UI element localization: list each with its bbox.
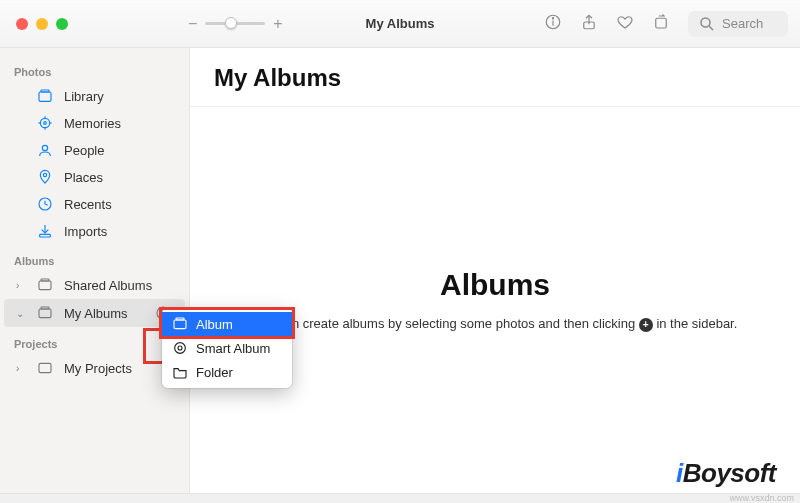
share-icon[interactable] [580, 13, 598, 35]
sidebar-item-label: Places [64, 170, 103, 185]
window-title: My Albums [366, 16, 435, 31]
sidebar-section-albums: Albums [0, 245, 189, 271]
sidebar-item-library[interactable]: Library [4, 83, 185, 109]
window-body: Photos Library Memories People Places [0, 48, 800, 493]
my-albums-icon [36, 304, 54, 322]
menu-item-label: Album [196, 317, 233, 332]
svg-rect-20 [41, 279, 49, 281]
chevron-right-icon: › [16, 280, 26, 291]
svg-rect-28 [176, 318, 184, 320]
svg-point-15 [42, 145, 47, 150]
main-header: My Albums [190, 48, 800, 107]
menu-item-album[interactable]: Album [162, 312, 292, 336]
svg-point-2 [552, 17, 553, 18]
sidebar-item-label: Imports [64, 224, 107, 239]
minimize-window-button[interactable] [36, 18, 48, 30]
svg-point-29 [175, 343, 186, 354]
svg-rect-19 [39, 281, 51, 290]
zoom-slider[interactable]: − + [188, 15, 283, 33]
fullscreen-window-button[interactable] [56, 18, 68, 30]
zoom-in-icon: + [273, 15, 282, 33]
menu-item-label: Smart Album [196, 341, 270, 356]
main-content: My Albums Albums You can create albums b… [190, 48, 800, 493]
svg-rect-27 [174, 320, 186, 329]
svg-rect-4 [656, 18, 667, 28]
toolbar-right: Search [544, 11, 800, 37]
svg-rect-21 [39, 309, 51, 318]
favorite-icon[interactable] [616, 13, 634, 35]
empty-state: Albums You can create albums by selectin… [190, 107, 800, 493]
slider-track[interactable] [205, 22, 265, 25]
menu-item-label: Folder [196, 365, 233, 380]
sidebar-item-shared-albums[interactable]: › Shared Albums [4, 272, 185, 298]
search-icon [698, 15, 716, 33]
svg-point-30 [178, 346, 182, 350]
empty-description: You can create albums by selecting some … [253, 316, 738, 332]
sidebar-item-label: Memories [64, 116, 121, 131]
sidebar-section-photos: Photos [0, 56, 189, 82]
sidebar-item-places[interactable]: Places [4, 164, 185, 190]
zoom-out-icon: − [188, 15, 197, 33]
page-title: My Albums [214, 64, 776, 92]
chevron-down-icon: ⌄ [16, 308, 26, 319]
my-projects-icon [36, 359, 54, 377]
svg-point-5 [701, 18, 710, 27]
sidebar-item-label: My Albums [64, 306, 128, 321]
info-icon[interactable] [544, 13, 562, 35]
library-icon [36, 87, 54, 105]
sidebar-item-memories[interactable]: Memories [4, 110, 185, 136]
svg-point-9 [40, 118, 49, 127]
shared-albums-icon [36, 276, 54, 294]
places-icon [36, 168, 54, 186]
sidebar-item-imports[interactable]: Imports [4, 218, 185, 244]
sidebar-item-label: People [64, 143, 104, 158]
svg-rect-22 [41, 307, 49, 309]
plus-icon: + [639, 318, 653, 332]
album-icon [172, 316, 188, 332]
svg-rect-18 [40, 234, 51, 237]
svg-line-6 [709, 26, 713, 30]
people-icon [36, 141, 54, 159]
sidebar: Photos Library Memories People Places [0, 48, 190, 493]
svg-point-10 [44, 122, 47, 125]
menu-item-folder[interactable]: Folder [162, 360, 292, 384]
sidebar-item-label: Library [64, 89, 104, 104]
context-menu: Album Smart Album Folder [162, 308, 292, 388]
svg-rect-8 [41, 90, 49, 92]
memories-icon [36, 114, 54, 132]
sidebar-item-label: My Projects [64, 361, 132, 376]
chevron-right-icon: › [16, 363, 26, 374]
folder-icon [172, 364, 188, 380]
menu-item-smart-album[interactable]: Smart Album [162, 336, 292, 360]
search-placeholder: Search [722, 16, 763, 31]
smart-album-icon [172, 340, 188, 356]
sidebar-item-label: Shared Albums [64, 278, 152, 293]
close-window-button[interactable] [16, 18, 28, 30]
sidebar-item-people[interactable]: People [4, 137, 185, 163]
window-controls [0, 18, 68, 30]
svg-rect-7 [39, 92, 51, 101]
empty-title: Albums [440, 268, 550, 302]
rotate-icon[interactable] [652, 13, 670, 35]
recents-icon [36, 195, 54, 213]
imports-icon [36, 222, 54, 240]
slider-thumb[interactable] [225, 17, 237, 29]
search-input[interactable]: Search [688, 11, 788, 37]
watermark-logo: iBoysoft [676, 458, 776, 489]
sidebar-item-label: Recents [64, 197, 112, 212]
sidebar-item-my-albums[interactable]: ⌄ My Albums [4, 299, 185, 327]
svg-point-16 [43, 173, 46, 176]
svg-rect-26 [39, 363, 51, 372]
app-window: − + My Albums Search Photos Library [0, 0, 800, 493]
titlebar: − + My Albums Search [0, 0, 800, 48]
sidebar-item-recents[interactable]: Recents [4, 191, 185, 217]
watermark-url: www.vsxdn.com [729, 493, 794, 503]
